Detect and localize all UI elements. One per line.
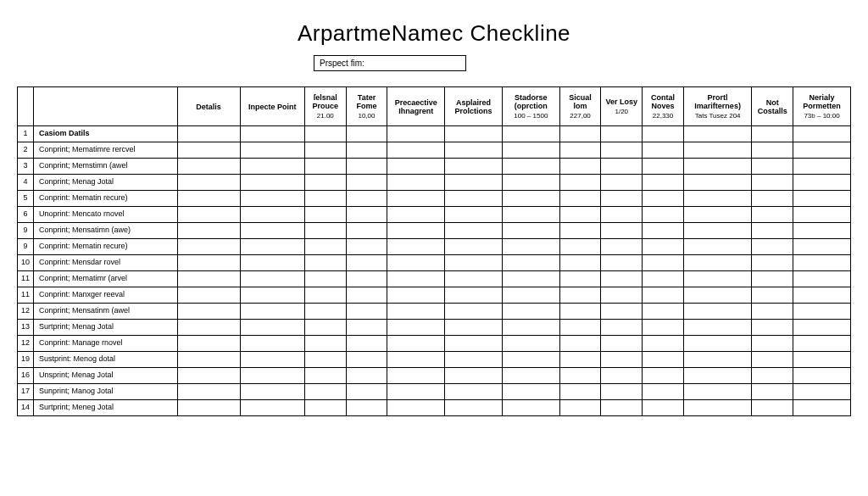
cell [177,304,240,320]
cell [304,126,346,142]
cell [752,287,793,304]
cell [601,239,643,255]
cell [752,142,793,159]
cell [240,336,304,352]
cell [240,287,304,304]
cell [643,336,684,352]
cell [752,207,793,223]
checklist-table: DetalisInpecte Pointſеlsnal Prouce21.00T… [17,86,851,416]
cell [793,287,851,304]
cell [601,384,643,400]
row-number: 9 [18,223,34,239]
row-number: 6 [18,207,34,223]
cell [304,320,346,336]
cell [601,287,643,304]
column-label: Stadorse (oprction [515,93,548,110]
cell [304,255,346,271]
cell [559,255,601,271]
cell [752,400,793,416]
cell [752,368,793,384]
column-header: Asplaired Prolctions [445,87,503,126]
cell [387,255,445,271]
cell [752,223,793,239]
cell [683,255,752,271]
cell [559,239,601,255]
cell [177,207,240,223]
table-row: 10Conprint: Mensdar rovel [18,255,851,271]
cell [346,304,387,320]
cell [177,400,240,416]
cell [240,400,304,416]
row-description: Conprint; Mensatinm (awel [34,304,177,320]
column-label: Tater Fome [357,93,377,110]
column-sublabel: Tats Tusez 204 [687,112,748,120]
cell [502,126,559,142]
row-description: Unoprint: Mencato rnovel [34,207,177,223]
cell [445,175,503,191]
cell [177,159,240,175]
cell [683,400,752,416]
cell [793,320,851,336]
cell [387,287,445,304]
column-header: Nerialy Pormetten73b – 10:00 [793,87,851,126]
cell [601,320,643,336]
cell [793,352,851,368]
cell [304,384,346,400]
column-header: ſеlsnal Prouce21.00 [304,87,346,126]
cell [502,159,559,175]
table-row: 9Conprint; Mensatimn (awe) [18,223,851,239]
column-header: Prortl Imarifternes)Tats Tusez 204 [683,87,752,126]
row-number: 12 [18,336,34,352]
row-number: 3 [18,159,34,175]
cell [643,384,684,400]
column-label: ſеlsnal Prouce [313,93,339,110]
cell [240,223,304,239]
cell [752,175,793,191]
prospect-field: Prspect fim: [314,55,466,71]
table-row: 5Conprint: Mematin recure) [18,191,851,207]
column-label: Detalis [196,103,221,111]
cell [502,352,559,368]
cell [502,191,559,207]
cell [683,384,752,400]
cell [793,191,851,207]
cell [793,384,851,400]
cell [502,175,559,191]
cell [752,239,793,255]
cell [793,223,851,239]
cell [752,126,793,142]
cell [177,352,240,368]
row-number: 5 [18,191,34,207]
cell [304,207,346,223]
cell [559,207,601,223]
column-sublabel: 100 – 1500 [506,112,556,120]
cell [683,207,752,223]
column-label: Prortl Imarifternes) [694,93,741,110]
cell [559,287,601,304]
cell [304,142,346,159]
cell [445,126,503,142]
cell [793,207,851,223]
cell [683,287,752,304]
cell [445,239,503,255]
cell [177,191,240,207]
table-body: 1Casiom Datils2Conprint; Mematimre rercv… [18,126,851,416]
cell [643,142,684,159]
cell [752,271,793,287]
cell [304,239,346,255]
cell [346,287,387,304]
cell [387,207,445,223]
row-number: 12 [18,304,34,320]
table-row: 3Conprint; Memstimn (awel [18,159,851,175]
cell [559,304,601,320]
cell [643,126,684,142]
cell [346,223,387,239]
cell [445,384,503,400]
cell [177,320,240,336]
cell [793,271,851,287]
column-label: Contal Noves [651,93,675,110]
cell [387,191,445,207]
cell [559,175,601,191]
row-number: 17 [18,384,34,400]
cell [387,126,445,142]
